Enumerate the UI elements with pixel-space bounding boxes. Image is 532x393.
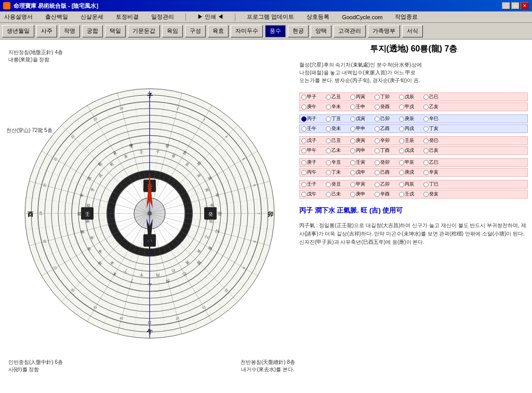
radio-dot[interactable]	[326, 126, 331, 132]
minimize-button[interactable]: _	[502, 2, 510, 9]
radio-cell[interactable]: 丁未	[326, 169, 349, 176]
btn-family[interactable]: 가족명부	[368, 25, 400, 37]
radio-dot[interactable]	[326, 116, 331, 122]
radio-cell[interactable]: 壬子	[301, 181, 325, 188]
btn-hyungong[interactable]: 현공	[288, 25, 309, 37]
radio-dot[interactable]	[301, 95, 307, 100]
radio-cell[interactable]: 庚寅	[350, 137, 374, 144]
restore-button[interactable]: ▭	[511, 2, 520, 9]
radio-dot[interactable]	[423, 182, 429, 187]
radio-dot[interactable]	[375, 116, 380, 122]
radio-dot[interactable]	[301, 160, 307, 165]
btn-customer[interactable]: 고객관리	[334, 25, 366, 37]
radio-cell[interactable]: 癸未	[326, 125, 349, 132]
radio-cell[interactable]: 戊戌	[399, 147, 422, 154]
radio-dot[interactable]	[326, 138, 331, 143]
radio-cell[interactable]: 乙未	[326, 147, 349, 154]
radio-cell[interactable]: 己未	[326, 191, 349, 198]
radio-cell[interactable]: 辛丑	[326, 159, 349, 166]
radio-dot[interactable]	[350, 182, 355, 187]
radio-cell[interactable]: 壬戌	[399, 191, 422, 198]
radio-dot[interactable]	[423, 95, 429, 100]
window-controls[interactable]: _ ▭ ✕	[502, 2, 529, 9]
radio-dot[interactable]	[399, 192, 404, 197]
btn-gusung[interactable]: 구성	[185, 25, 206, 37]
radio-cell[interactable]: 甲寅	[350, 181, 374, 188]
radio-cell[interactable]: 庚辰	[399, 115, 422, 122]
btn-naming[interactable]: 작명	[59, 25, 80, 37]
radio-dot[interactable]	[301, 138, 307, 143]
radio-cell[interactable]: 甲午	[301, 147, 325, 154]
radio-dot[interactable]	[326, 192, 331, 197]
radio-dot[interactable]	[375, 148, 380, 153]
radio-dot[interactable]	[350, 95, 355, 100]
radio-dot[interactable]	[399, 148, 404, 153]
menu-print[interactable]: ▶ 인쇄 ◀	[195, 12, 225, 21]
radio-cell[interactable]: 丁巳	[423, 181, 447, 188]
radio-dot[interactable]	[423, 116, 429, 122]
menu-신살운세[interactable]: 신살운세	[78, 12, 105, 21]
radio-cell[interactable]: 庚午	[301, 103, 325, 110]
radio-cell[interactable]: 庚子	[301, 159, 325, 166]
menu-goodcycle[interactable]: GoodCycle.com	[340, 14, 384, 21]
radio-cell[interactable]: 丁丑	[326, 115, 349, 122]
radio-dot[interactable]	[375, 192, 380, 197]
radio-dot[interactable]	[350, 116, 355, 122]
radio-cell[interactable]: 辛未	[326, 103, 349, 110]
radio-dot[interactable]	[350, 104, 355, 110]
close-button[interactable]: ✕	[521, 2, 529, 9]
radio-cell[interactable]: 乙卯	[375, 181, 398, 188]
radio-dot[interactable]	[399, 104, 404, 110]
radio-cell[interactable]: 己亥	[423, 147, 447, 154]
radio-cell[interactable]: 乙亥	[423, 103, 447, 110]
btn-gimdun[interactable]: 기문둔갑	[128, 25, 160, 37]
radio-cell[interactable]: 庚戌	[399, 169, 422, 176]
btn-yungim[interactable]: 육임	[162, 25, 183, 37]
btn-date[interactable]: 택일	[105, 25, 126, 37]
radio-dot[interactable]	[326, 170, 331, 175]
radio-dot[interactable]	[326, 148, 331, 153]
radio-dot[interactable]	[399, 160, 404, 165]
radio-cell[interactable]: 戊申	[350, 169, 374, 176]
radio-dot[interactable]	[375, 182, 380, 187]
radio-cell[interactable]: 癸酉	[375, 103, 398, 110]
radio-dot[interactable]	[399, 182, 404, 187]
radio-cell[interactable]: 乙酉	[375, 125, 398, 132]
radio-dot[interactable]	[350, 148, 355, 153]
radio-dot[interactable]	[350, 170, 355, 175]
radio-dot[interactable]	[326, 95, 331, 100]
radio-cell[interactable]: 癸丑	[326, 181, 349, 188]
radio-cell[interactable]: 戊寅	[350, 115, 374, 122]
radio-dot[interactable]	[301, 126, 307, 132]
radio-cell[interactable]: 甲申	[350, 125, 374, 132]
radio-dot[interactable]	[423, 192, 429, 197]
radio-cell[interactable]: 壬午	[301, 125, 325, 132]
radio-cell[interactable]: 癸亥	[423, 191, 447, 198]
radio-dot[interactable]	[350, 160, 355, 165]
radio-cell[interactable]: 壬辰	[399, 137, 422, 144]
menu-exit[interactable]: 작업종료	[393, 12, 420, 21]
radio-cell[interactable]: 乙丑	[326, 94, 349, 100]
radio-cell[interactable]: 庚申	[350, 191, 374, 198]
radio-dot[interactable]	[301, 170, 307, 175]
radio-dot[interactable]	[326, 104, 331, 110]
menu-register[interactable]: 상호등록	[304, 12, 331, 21]
radio-dot[interactable]	[375, 160, 380, 165]
radio-dot[interactable]	[399, 126, 404, 132]
radio-dot[interactable]	[326, 160, 331, 165]
btn-jami[interactable]: 자미두수	[231, 25, 263, 37]
menu-사용설명서[interactable]: 사용설명서	[2, 12, 35, 21]
radio-cell[interactable]: 戊子	[301, 137, 325, 144]
radio-dot[interactable]	[423, 148, 429, 153]
radio-cell[interactable]: 癸巳	[423, 137, 447, 144]
btn-form[interactable]: 서식	[402, 25, 423, 37]
radio-dot[interactable]	[375, 126, 380, 132]
radio-cell[interactable]: 丁亥	[423, 125, 447, 132]
radio-cell[interactable]: 丙戌	[399, 125, 422, 132]
btn-pungsu[interactable]: 풍수	[265, 25, 286, 37]
radio-dot[interactable]	[399, 116, 404, 122]
radio-cell[interactable]: 辛亥	[423, 169, 447, 176]
radio-cell[interactable]: 甲辰	[399, 159, 422, 166]
radio-dot[interactable]	[350, 126, 355, 132]
radio-dot[interactable]	[375, 104, 380, 110]
